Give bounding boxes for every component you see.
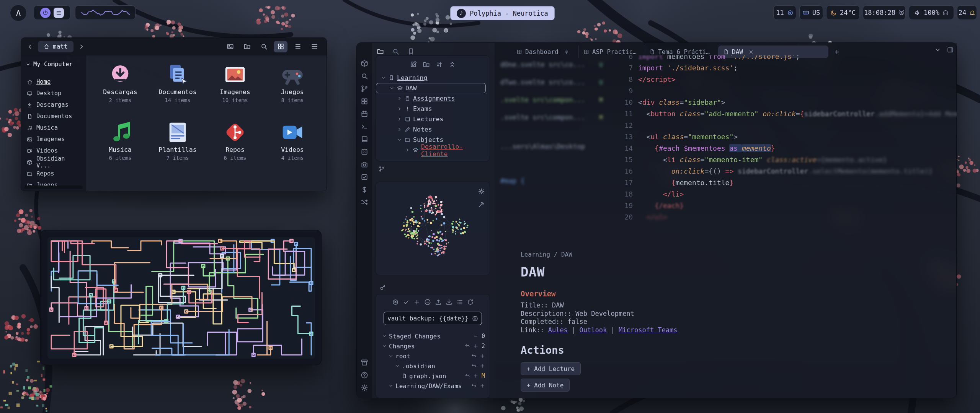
folder-tile-repos[interactable]: Repos 6 items (206, 120, 264, 161)
explorer-item-notes[interactable]: Notes (376, 124, 487, 135)
undo-action-icon[interactable] (465, 373, 470, 379)
folder-tile-plantillas[interactable]: Plantillas 7 items (149, 120, 206, 161)
close-tab-icon[interactable] (748, 49, 754, 55)
now-playing-widget[interactable]: ♪ Polyphia - Neurotica (450, 6, 555, 20)
commit-icon[interactable] (403, 299, 410, 306)
git-row-root[interactable]: root (376, 351, 490, 361)
back-button[interactable] (26, 43, 33, 50)
daily-notes-icon[interactable] (361, 110, 368, 118)
add-note-button[interactable]: + Add Note (521, 379, 570, 392)
bookmarks-tab-icon[interactable] (407, 48, 415, 55)
search-icon[interactable] (257, 41, 271, 52)
plus-action-icon[interactable] (473, 373, 479, 379)
git-row-learning-daw-exams[interactable]: Learning/DAW/Exams (376, 381, 490, 391)
new-folder-icon[interactable] (423, 61, 430, 68)
clock-widget[interactable]: 18:08:28 (863, 5, 906, 20)
view-grid-icon[interactable] (274, 41, 287, 52)
plus-action-icon[interactable] (480, 383, 485, 389)
settings-icon[interactable] (361, 384, 368, 392)
camera-icon[interactable] (361, 161, 368, 168)
git-branch-icon[interactable] (379, 166, 385, 172)
explorer-item-lectures[interactable]: Lectures (376, 114, 487, 124)
push-icon[interactable] (435, 299, 442, 306)
sidebar-item-home[interactable]: Home (25, 76, 82, 88)
tasks-icon[interactable] (361, 173, 368, 181)
canvas-icon[interactable] (361, 98, 368, 105)
vault-icon[interactable] (361, 60, 368, 67)
search-icon[interactable] (361, 72, 368, 80)
git-row-staged-changes[interactable]: Staged Changes 0 (376, 331, 490, 341)
source-control-icon[interactable] (392, 299, 399, 306)
volume-widget[interactable]: 100% (909, 5, 954, 20)
folder-tile-juegos[interactable]: Juegos 8 items (264, 62, 321, 103)
git-row-graph-json[interactable]: graph.json M (376, 371, 490, 381)
graph-settings-icon[interactable] (478, 188, 485, 195)
power-app-button[interactable] (40, 8, 51, 18)
explorer-item-learning[interactable]: Learning (376, 73, 487, 83)
notifications-widget[interactable]: 24 (957, 5, 977, 20)
toggle-sidebar-icon[interactable] (947, 47, 954, 53)
shuffle-icon[interactable] (361, 198, 368, 206)
undo-action-icon[interactable] (471, 353, 477, 359)
explorer-item-desarrollo-cliente[interactable]: Desarrollo-Cliente (376, 145, 487, 155)
search-tab-icon[interactable] (392, 48, 399, 55)
folder-tile-imagenes[interactable]: Imagenes 10 items (206, 62, 264, 103)
key-icon[interactable] (380, 285, 386, 291)
files-tab-icon[interactable] (377, 48, 384, 55)
refresh-icon[interactable] (467, 299, 474, 306)
sidebar-item-imagenes[interactable]: Imagenes (25, 133, 82, 145)
explorer-item-daw[interactable]: DAW (376, 83, 486, 93)
undo-action-icon[interactable] (471, 383, 477, 389)
new-folder-icon[interactable] (240, 41, 254, 52)
plus-action-icon[interactable] (480, 363, 485, 369)
git-row-changes[interactable]: Changes 2 (376, 341, 490, 351)
sidebar-scrollbar[interactable] (24, 185, 83, 189)
add-lecture-button[interactable]: + Add Lecture (521, 362, 581, 375)
minus-action-icon[interactable] (473, 333, 479, 339)
sidebar-item-juegos[interactable]: Juegos (25, 179, 82, 191)
link-outlook[interactable]: Outlook (580, 326, 607, 334)
forward-button[interactable] (78, 43, 85, 50)
folder-tile-videos[interactable]: Videos 4 items (264, 120, 321, 161)
weather-widget[interactable]: 24°C (826, 5, 860, 20)
view-list-icon[interactable] (291, 41, 304, 52)
unstage-all-icon[interactable] (424, 299, 431, 306)
vault-switcher-icon[interactable] (361, 359, 368, 366)
changes-list-icon[interactable] (456, 299, 463, 306)
keyboard-layout-widget[interactable]: US (799, 5, 823, 20)
clear-message-icon[interactable] (472, 315, 478, 322)
undo-action-icon[interactable] (465, 343, 470, 349)
gallery-icon[interactable] (223, 41, 237, 52)
currency-icon[interactable] (361, 186, 368, 193)
plus-action-icon[interactable] (473, 343, 479, 349)
collapse-all-icon[interactable] (449, 61, 456, 68)
breadcrumb[interactable]: matt (38, 41, 74, 52)
stage-all-icon[interactable] (413, 299, 420, 306)
sidebar-item-obsidian-v[interactable]: Obsidian V... (25, 156, 82, 168)
pull-icon[interactable] (446, 299, 452, 306)
terminal-icon[interactable] (361, 123, 368, 130)
graph-icon[interactable] (361, 85, 368, 93)
launcher-button[interactable]: Λ (10, 5, 27, 21)
sort-order-icon[interactable] (436, 61, 443, 68)
link-microsoft-teams[interactable]: Microsoft Teams (619, 326, 678, 334)
plus-action-icon[interactable] (480, 353, 485, 359)
sidebar-item-videos[interactable]: Videos (25, 145, 82, 156)
new-note-icon[interactable] (410, 61, 417, 68)
git-row-obsidian[interactable]: .obsidian (376, 361, 490, 371)
undo-action-icon[interactable] (471, 363, 477, 369)
explorer-item-assignments[interactable]: Assignments (376, 93, 487, 104)
random-note-icon[interactable] (361, 148, 368, 156)
sidebar-item-musica[interactable]: Musica (25, 122, 82, 133)
sidebar-item-desktop[interactable]: Desktop (25, 88, 82, 99)
sidebar-item-descargas[interactable]: Descargas (25, 99, 82, 111)
explorer-item-exams[interactable]: Exams (376, 104, 487, 114)
sidebar-item-repos[interactable]: Repos (25, 168, 82, 179)
reading-icon[interactable] (361, 135, 368, 143)
menu-icon[interactable] (307, 41, 321, 52)
folder-tile-musica[interactable]: Musica 6 items (91, 120, 149, 161)
folder-tile-documentos[interactable]: Documentos 14 items (149, 62, 206, 103)
help-icon[interactable] (361, 371, 368, 379)
commit-message-input[interactable] (387, 315, 470, 322)
sidebar-item-documentos[interactable]: Documentos (25, 111, 82, 122)
